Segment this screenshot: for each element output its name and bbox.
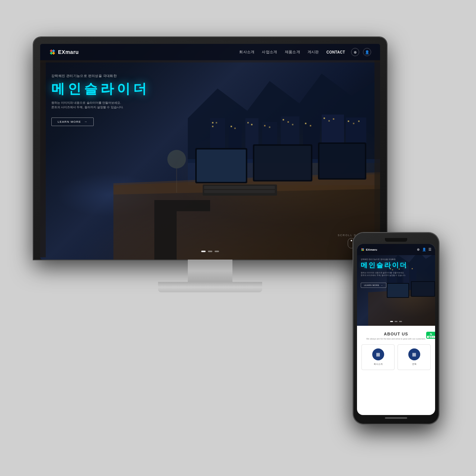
nav-link-contact[interactable]: CONTACT (327, 50, 345, 54)
slide-dots (201, 251, 219, 252)
nav-icon-group: ⊕ 👤 (351, 48, 371, 56)
desktop-navbar: EXmaru 회사소개 사업소개 제품소개 게시판 CONTACT ⊕ 👤 (40, 44, 380, 60)
monitor-bezel: EXmaru 회사소개 사업소개 제품소개 게시판 CONTACT ⊕ 👤 (33, 37, 387, 260)
phone-home-indicator (385, 417, 407, 419)
slide-dot-3[interactable] (215, 251, 219, 252)
phone-logo: EXmaru (361, 248, 377, 251)
phone-globe-icon[interactable]: ⊕ (417, 248, 420, 251)
phone-hero: EXmaru ⊕ 👤 ☰ 강력해진 관리기능으로 편의성을 극대화한 메인슬라이… (357, 244, 435, 326)
scroll-dot (351, 240, 352, 241)
phone-about-card-1[interactable]: ▦ 회사소개 (361, 344, 395, 370)
nav-link-product[interactable]: 제품소개 (285, 49, 300, 55)
phone-about-subtitle: We always aim for the best and strive to… (361, 338, 431, 340)
phone-slide-dots (390, 321, 402, 322)
monitor-stand-neck (188, 260, 232, 282)
phone-user-icon[interactable]: 👤 (422, 248, 426, 251)
nav-link-board[interactable]: 게시판 (308, 49, 319, 55)
desktop-website: EXmaru 회사소개 사업소개 제품소개 게시판 CONTACT ⊕ 👤 (40, 44, 380, 260)
phone-card-label-2: 연혁 (412, 363, 416, 366)
phone-nav-icons: ⊕ 👤 ☰ (417, 248, 431, 251)
hero-desc-line1: 원하는 이미지와 내용으로 슬라이더를 만들어보세요. 폰트의 사이즈에서 두께… (51, 101, 210, 110)
phone-card-icon-1: ▦ (372, 348, 384, 360)
phone-logo-icon (361, 248, 364, 251)
phone-hero-title: 메인슬라이더 (361, 262, 431, 269)
learn-more-button[interactable]: LEARN MORE → (51, 118, 94, 126)
nav-link-business[interactable]: 사업소개 (262, 49, 277, 55)
phone-hero-subtitle: 강력해진 관리기능으로 편의성을 극대화한 (361, 258, 431, 260)
scene: EXmaru 회사소개 사업소개 제품소개 게시판 CONTACT ⊕ 👤 (15, 15, 461, 461)
phone-hero-desc: 원하는 이미지와 내용으로 슬라이더를 만들어보세요. 폰트의 사이즈에서 두께… (361, 271, 431, 277)
phone-bezel: EXmaru ⊕ 👤 ☰ 강력해진 관리기능으로 편의성을 극대화한 메인슬라이… (353, 233, 439, 424)
hero-content: 강력해진 관리기능으로 편의성을 극대화한 메인슬라이더 원하는 이미지와 내용… (51, 74, 210, 126)
svg-rect-51 (362, 249, 364, 251)
phone-learn-more-button[interactable]: LEARN MORE → (361, 283, 386, 288)
nav-links: 회사소개 사업소개 제품소개 게시판 CONTACT (239, 49, 345, 55)
phone-logo-text: EXmaru (366, 248, 377, 251)
phone-hero-content: 강력해진 관리기능으로 편의성을 극대화한 메인슬라이더 원하는 이미지와 내용… (361, 258, 431, 288)
desktop-monitor: EXmaru 회사소개 사업소개 제품소개 게시판 CONTACT ⊕ 👤 (33, 37, 387, 292)
phone-about-title: ABOUT US (361, 332, 431, 336)
mobile-phone: EXmaru ⊕ 👤 ☰ 강력해진 관리기능으로 편의성을 극대화한 메인슬라이… (353, 233, 439, 424)
svg-marker-34 (49, 49, 55, 55)
naver-badge[interactable]: N 블로그 (426, 332, 435, 339)
phone-navbar: EXmaru ⊕ 👤 ☰ (357, 244, 435, 255)
slide-dot-1[interactable] (201, 251, 206, 252)
hero-title: 메인슬라이더 (51, 81, 210, 96)
phone-dot-2[interactable] (395, 321, 398, 322)
phone-screen: EXmaru ⊕ 👤 ☰ 강력해진 관리기능으로 편의성을 극대화한 메인슬라이… (357, 244, 435, 415)
phone-about-section: ABOUT US We always aim for the best and … (357, 326, 435, 374)
phone-arrow-icon: → (381, 284, 383, 286)
logo-text: EXmaru (58, 49, 79, 55)
naver-blog-text: 블로그 (427, 336, 435, 338)
svg-rect-38 (52, 52, 55, 55)
monitor-stand-base (158, 282, 262, 292)
phone-dot-3[interactable] (399, 321, 402, 322)
phone-notch (385, 238, 407, 242)
phone-about-card-2[interactable]: ▦ 연혁 (398, 344, 431, 370)
naver-n-text: N (430, 332, 432, 336)
hero-subtitle: 강력해진 관리기능으로 편의성을 극대화한 (51, 74, 210, 78)
user-icon[interactable]: 👤 (363, 48, 371, 56)
arrow-icon: → (84, 120, 87, 123)
phone-card-label-1: 회사소개 (374, 363, 383, 366)
phone-about-cards: ▦ 회사소개 ▦ 연혁 (361, 344, 431, 370)
phone-dot-1[interactable] (390, 321, 393, 322)
nav-link-company[interactable]: 회사소개 (239, 49, 254, 55)
monitor-screen: EXmaru 회사소개 사업소개 제품소개 게시판 CONTACT ⊕ 👤 (40, 44, 380, 260)
logo-diamond-icon (49, 49, 56, 55)
phone-card-icon-2: ▦ (408, 348, 420, 360)
slide-dot-2[interactable] (208, 251, 212, 252)
language-icon[interactable]: ⊕ (351, 48, 359, 56)
phone-menu-icon[interactable]: ☰ (428, 248, 431, 251)
desktop-logo: EXmaru (49, 49, 79, 55)
